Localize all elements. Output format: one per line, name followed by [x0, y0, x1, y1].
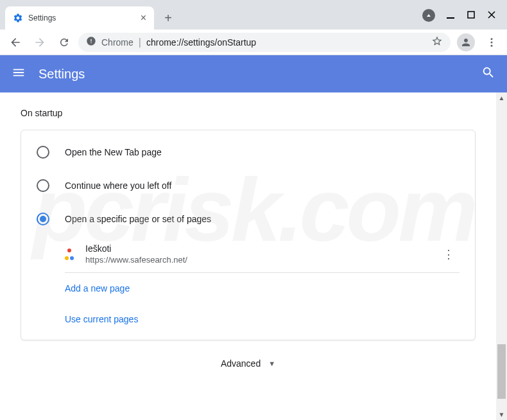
close-icon[interactable]: × — [141, 13, 146, 23]
svg-rect-1 — [468, 12, 474, 18]
browser-toolbar: Chrome | chrome://settings/onStartup — [0, 30, 507, 55]
radio-option-continue[interactable]: Continue where you left off — [21, 169, 475, 202]
page-favicon — [65, 249, 76, 260]
page-url: https://www.safesearch.net/ — [85, 255, 429, 265]
reload-button[interactable] — [54, 32, 74, 53]
use-current-pages-link[interactable]: Use current pages — [65, 304, 475, 335]
advanced-toggle[interactable]: Advanced ▼ — [21, 340, 476, 387]
startup-page-row: Ieškoti https://www.safesearch.net/ ⋮ — [65, 236, 460, 273]
scrollbar[interactable]: ▲ ▼ — [496, 92, 507, 420]
content-area: On startup Open the New Tab page Continu… — [0, 92, 507, 420]
advanced-label: Advanced — [221, 358, 261, 369]
site-info-icon[interactable] — [86, 36, 96, 49]
settings-header: Settings — [0, 55, 507, 92]
section-title: On startup — [21, 108, 476, 118]
chrome-menu-button[interactable] — [481, 32, 502, 53]
search-icon[interactable] — [481, 66, 495, 82]
url-text: chrome://settings/onStartup — [146, 37, 256, 48]
bookmark-star-icon[interactable] — [431, 35, 443, 49]
url-scheme: Chrome — [101, 37, 133, 48]
window-controls — [440, 10, 507, 30]
hamburger-icon[interactable] — [12, 66, 26, 82]
radio-icon — [37, 213, 49, 225]
address-bar[interactable]: Chrome | chrome://settings/onStartup — [78, 33, 451, 52]
page-name: Ieškoti — [85, 243, 429, 254]
profile-button[interactable] — [457, 33, 475, 51]
startup-card: Open the New Tab page Continue where you… — [21, 130, 476, 340]
radio-icon — [37, 146, 49, 159]
scroll-down-icon[interactable]: ▼ — [496, 409, 507, 420]
page-title: Settings — [39, 67, 468, 82]
chevron-down-icon: ▼ — [268, 360, 275, 367]
close-button[interactable] — [488, 10, 495, 21]
tab-title: Settings — [28, 13, 135, 22]
browser-tab[interactable]: Settings × — [5, 6, 154, 30]
radio-icon — [37, 179, 49, 192]
scroll-up-icon[interactable]: ▲ — [496, 92, 507, 103]
svg-rect-0 — [447, 17, 454, 19]
radio-label: Open a specific page or set of pages — [65, 214, 211, 224]
incognito-indicator[interactable] — [420, 6, 438, 24]
scroll-thumb[interactable] — [497, 344, 506, 399]
window-titlebar: Settings × + — [0, 0, 507, 30]
svg-point-4 — [491, 44, 493, 46]
back-button[interactable] — [5, 32, 26, 53]
radio-label: Open the New Tab page — [65, 147, 162, 157]
add-page-link[interactable]: Add a new page — [65, 273, 475, 304]
minimize-button[interactable] — [447, 10, 454, 21]
more-menu-icon[interactable]: ⋮ — [438, 247, 460, 261]
svg-point-2 — [491, 38, 493, 40]
maximize-button[interactable] — [467, 10, 475, 21]
radio-option-specific-pages[interactable]: Open a specific page or set of pages — [21, 202, 475, 236]
new-tab-button[interactable]: + — [159, 9, 177, 27]
url-divider: | — [139, 37, 141, 48]
radio-label: Continue where you left off — [65, 180, 171, 191]
forward-button[interactable] — [30, 32, 50, 53]
gear-icon — [13, 13, 23, 23]
svg-point-3 — [491, 41, 493, 43]
radio-option-new-tab[interactable]: Open the New Tab page — [21, 136, 475, 169]
